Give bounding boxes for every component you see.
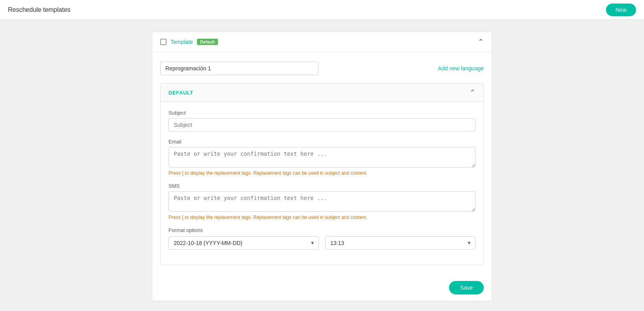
email-textarea[interactable]	[169, 147, 475, 168]
email-label: Email	[169, 139, 475, 145]
top-bar: Reschedule templates New	[0, 0, 644, 20]
email-group: Email Press { to display the replacement…	[169, 139, 475, 176]
date-format-select[interactable]: 2022-10-18 (YYYY-MM-DD) 18/10/2022 (DD/M…	[169, 236, 319, 250]
format-options-group: Format options 2022-10-18 (YYYY-MM-DD) 1…	[169, 227, 475, 250]
template-name-input[interactable]	[160, 62, 318, 75]
default-section: DEFAULT ⌃ Subject Email Pres	[160, 83, 484, 265]
date-format-wrapper: 2022-10-18 (YYYY-MM-DD) 18/10/2022 (DD/M…	[169, 236, 319, 250]
new-button[interactable]: New	[606, 4, 636, 16]
chevron-up-icon-section: ⌃	[470, 88, 475, 97]
section-body: Subject Email Press { to display the rep…	[161, 102, 483, 265]
name-row: Add new language	[160, 62, 484, 75]
card-footer: Save	[152, 275, 492, 301]
section-title: DEFAULT	[169, 90, 193, 96]
section-collapse-button[interactable]: ⌃	[470, 88, 475, 97]
add-language-link[interactable]: Add new language	[438, 65, 484, 72]
template-card: Template Default ⌃ Add new language DEFA…	[152, 32, 492, 301]
subject-label: Subject	[169, 110, 475, 116]
subject-input[interactable]	[169, 118, 475, 132]
card-body: Add new language DEFAULT ⌃ Subject	[152, 52, 492, 275]
chevron-up-icon: ⌃	[478, 38, 484, 46]
format-options-label: Format options	[169, 227, 475, 233]
sms-label: SMS	[169, 183, 475, 189]
time-format-select[interactable]: 13:13 1:13 PM	[325, 236, 475, 250]
main-content: Template Default ⌃ Add new language DEFA…	[0, 20, 644, 311]
sms-group: SMS Press { to display the replacement t…	[169, 183, 475, 220]
template-label: Template	[170, 39, 193, 45]
page-title: Reschedule templates	[8, 6, 70, 13]
section-header: DEFAULT ⌃	[161, 83, 483, 102]
card-header: Template Default ⌃	[152, 32, 492, 52]
collapse-button[interactable]: ⌃	[478, 38, 484, 46]
subject-group: Subject	[169, 110, 475, 132]
format-row: 2022-10-18 (YYYY-MM-DD) 18/10/2022 (DD/M…	[169, 236, 475, 250]
card-header-left: Template Default	[160, 39, 218, 45]
default-badge: Default	[197, 39, 218, 45]
sms-textarea[interactable]	[169, 191, 475, 212]
save-button[interactable]: Save	[449, 281, 484, 294]
email-hint: Press { to display the replacement tags.…	[169, 170, 475, 176]
template-checkbox[interactable]	[160, 39, 167, 45]
sms-hint: Press { to display the replacement tags.…	[169, 215, 475, 220]
time-format-wrapper: 13:13 1:13 PM ▼	[325, 236, 475, 250]
